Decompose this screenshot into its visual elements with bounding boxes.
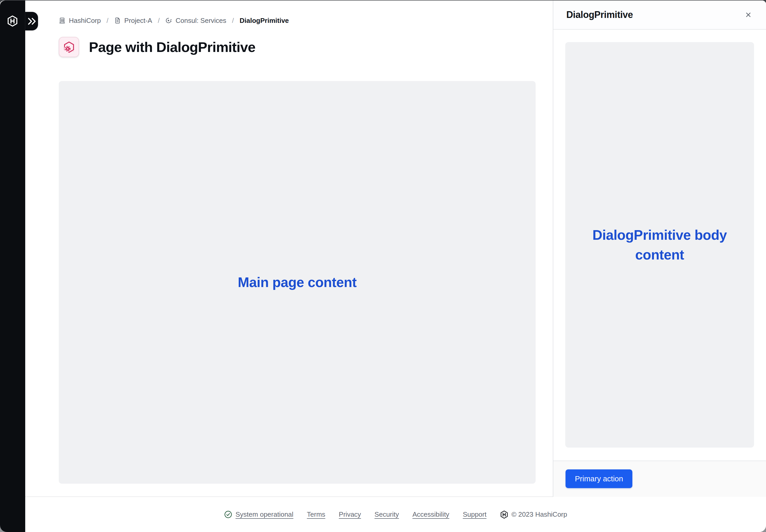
breadcrumb-label: HashiCorp <box>69 17 101 25</box>
double-chevron-right-icon <box>27 17 36 25</box>
breadcrumb-separator: / <box>232 17 234 25</box>
footer-link-support[interactable]: Support <box>463 510 486 518</box>
footer-link-accessibility[interactable]: Accessibility <box>412 510 449 518</box>
page-title: Page with DialogPrimitive <box>89 39 255 55</box>
dialog-placeholder-text: DialogPrimitive body content <box>584 225 736 264</box>
system-status-link[interactable]: System operational <box>224 510 294 518</box>
dialog-actions: Primary action <box>553 461 766 497</box>
primary-action-button[interactable]: Primary action <box>565 469 632 488</box>
app-window: HashiCorp / Project-A / <box>0 0 766 532</box>
copyright-text: © 2023 HashiCorp <box>511 510 567 518</box>
breadcrumb: HashiCorp / Project-A / <box>59 16 535 25</box>
close-button[interactable] <box>741 8 756 22</box>
sidebar <box>0 1 25 532</box>
consul-icon <box>165 17 172 24</box>
footer-link-security[interactable]: Security <box>374 510 399 518</box>
main-placeholder-box: Main page content <box>59 81 535 484</box>
main-placeholder-text: Main page content <box>238 272 357 292</box>
footer-link-privacy[interactable]: Privacy <box>339 510 361 518</box>
dialog-title: DialogPrimitive <box>566 9 633 20</box>
sidebar-expand-button[interactable] <box>25 12 38 30</box>
breadcrumb-item-current: DialogPrimitive <box>240 17 289 25</box>
breadcrumb-label: Consul: Services <box>175 17 226 25</box>
org-building-icon <box>59 17 65 24</box>
dialog-primitive-panel: DialogPrimitive DialogPrimitive body con… <box>553 1 766 497</box>
page-header: Page with DialogPrimitive <box>59 37 535 57</box>
app-footer: System operational Terms Privacy Securit… <box>25 496 766 532</box>
dialog-placeholder-box: DialogPrimitive body content <box>565 42 754 448</box>
footer-link-terms[interactable]: Terms <box>307 510 325 518</box>
main-content-area: HashiCorp / Project-A / <box>25 1 553 497</box>
hashicorp-logo-icon <box>500 510 508 519</box>
close-icon <box>744 11 752 19</box>
breadcrumb-item-consul-services[interactable]: Consul: Services <box>165 17 226 25</box>
system-status-label: System operational <box>236 510 294 518</box>
breadcrumb-item-hashicorp[interactable]: HashiCorp <box>59 17 101 25</box>
hexagon-gear-icon <box>59 37 79 57</box>
dialog-header: DialogPrimitive <box>553 1 766 30</box>
hashicorp-logo-icon[interactable] <box>7 15 18 27</box>
dialog-body: DialogPrimitive body content <box>553 30 766 461</box>
breadcrumb-item-project-a[interactable]: Project-A <box>114 17 152 25</box>
breadcrumb-separator: / <box>107 17 108 25</box>
check-circle-icon <box>224 510 232 518</box>
breadcrumb-separator: / <box>158 17 160 25</box>
breadcrumb-label: Project-A <box>124 17 152 25</box>
footer-brand: © 2023 HashiCorp <box>500 510 567 519</box>
file-text-icon <box>114 17 121 24</box>
